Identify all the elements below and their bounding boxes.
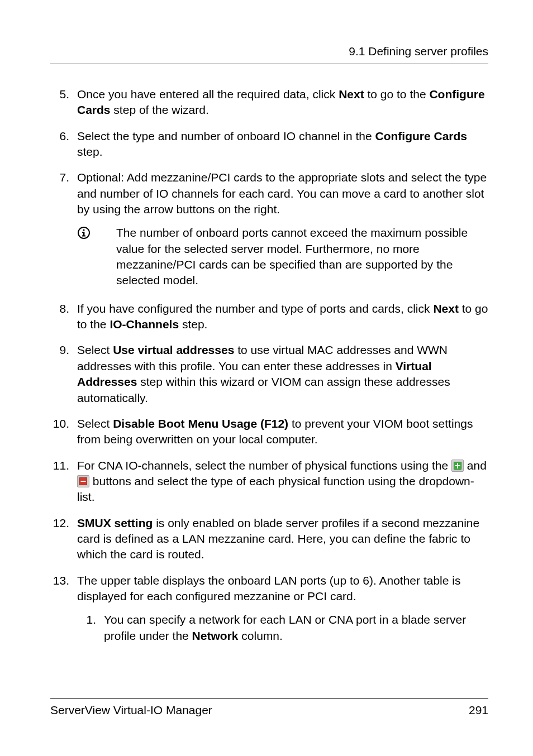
text: If you have configured the number and ty… — [77, 302, 433, 315]
text: to go to the — [364, 88, 430, 101]
step-number: 6. — [50, 128, 77, 160]
footer-product: ServerView Virtual-IO Manager — [50, 704, 212, 717]
text: Optional: Add mezzanine/PCI cards to the… — [77, 171, 487, 216]
step-text: Select the type and number of onboard IO… — [77, 128, 488, 160]
section-header: 9.1 Defining server profiles — [50, 45, 488, 58]
header-rule — [50, 64, 488, 64]
step-text: Select Use virtual addresses to use virt… — [77, 342, 488, 405]
bold-text: Configure Cards — [375, 130, 468, 142]
step-text: If you have configured the number and ty… — [77, 301, 488, 333]
text: The upper table displays the onboard LAN… — [77, 574, 460, 602]
text: buttons and select the type of each phys… — [77, 475, 474, 503]
svg-point-1 — [83, 229, 84, 231]
text: and — [464, 459, 487, 472]
bold-text: Use virtual addresses — [113, 343, 234, 356]
bold-text: SMUX setting — [77, 516, 153, 529]
text: column. — [238, 629, 282, 642]
step-text: Select Disable Boot Menu Usage (F12) to … — [77, 416, 488, 448]
step-text: For CNA IO-channels, select the number o… — [77, 458, 488, 505]
footer-rule — [50, 698, 488, 699]
text: Once you have entered all the required d… — [77, 88, 339, 101]
footer-page-number: 291 — [469, 704, 488, 717]
text: step. — [77, 145, 103, 158]
step-number: 10. — [50, 416, 77, 448]
step-text: Optional: Add mezzanine/PCI cards to the… — [77, 170, 488, 290]
step-text: Once you have entered all the required d… — [77, 87, 488, 118]
step-text: The upper table displays the onboard LAN… — [77, 573, 488, 649]
step-number: 5. — [50, 87, 77, 118]
text: step. — [179, 318, 207, 331]
bold-text: Disable Boot Menu Usage (F12) — [113, 417, 288, 430]
step-text: SMUX setting is only enabled on blade se… — [77, 515, 488, 563]
plus-icon — [451, 460, 464, 472]
info-icon — [77, 226, 91, 240]
minus-icon — [77, 475, 89, 487]
text: Select — [77, 343, 113, 356]
bold-text: Next — [433, 302, 459, 315]
page-footer: ServerView Virtual-IO Manager 291 — [50, 698, 488, 717]
bold-text: Next — [339, 88, 364, 101]
bold-text: Network — [192, 629, 239, 642]
text: Select the type and number of onboard IO… — [77, 130, 375, 142]
svg-rect-4 — [82, 236, 85, 237]
step-number: 9. — [50, 342, 77, 405]
bold-text: IO-Channels — [110, 318, 179, 331]
text: For CNA IO-channels, select the number o… — [77, 459, 451, 472]
step-number: 12. — [50, 515, 77, 563]
text: Select — [77, 417, 113, 430]
text: step of the wizard. — [111, 103, 209, 116]
step-number: 11. — [50, 458, 77, 505]
text: You can specify a network for each LAN o… — [104, 613, 466, 642]
svg-rect-3 — [82, 232, 84, 233]
step-number: 8. — [50, 301, 77, 333]
step-number: 13. — [50, 573, 77, 649]
info-note-text: The number of onboard ports cannot excee… — [116, 225, 488, 288]
substep-number: 1. — [77, 612, 104, 644]
body-content: 5. Once you have entered all the require… — [50, 87, 488, 649]
step-number: 7. — [50, 170, 77, 290]
substep-text: You can specify a network for each LAN o… — [104, 612, 488, 644]
